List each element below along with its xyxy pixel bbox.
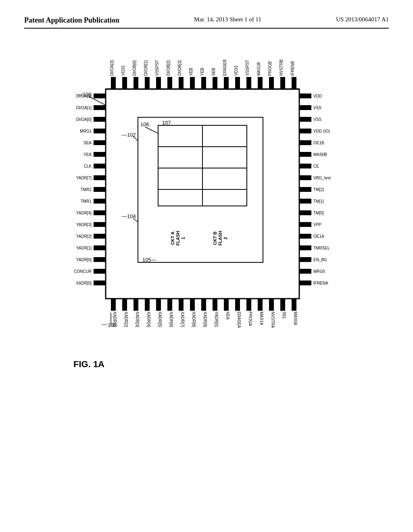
svg-text:XADR[7]: XADR[7]: [180, 312, 185, 327]
svg-text:NVSTRA: NVSTRA: [271, 312, 275, 328]
svg-rect-104: [299, 105, 311, 110]
svg-text:FLASH: FLASH: [175, 231, 180, 246]
svg-text:EN_BG: EN_BG: [313, 258, 327, 262]
circuit-diagram: DI/OA[3] VD33 DI/OB[0] DI/OB[1] VSSPST D…: [25, 37, 388, 480]
svg-text:DI/OB[3]: DI/OB[3]: [177, 60, 182, 76]
svg-rect-35: [111, 299, 116, 311]
svg-text:ERASEA: ERASEA: [237, 312, 241, 328]
svg-text:CKT A: CKT A: [170, 231, 175, 245]
svg-text:VBG_test: VBG_test: [313, 176, 331, 180]
svg-rect-74: [94, 152, 106, 157]
svg-text:VDD (IO): VDD (IO): [313, 129, 330, 133]
svg-text:YADR[5]: YADR[5]: [214, 312, 219, 327]
svg-rect-50: [280, 299, 285, 311]
svg-text:IFRENA: IFRENA: [313, 281, 328, 285]
svg-text:XEA: XEA: [225, 312, 230, 320]
svg-rect-73: [94, 140, 106, 145]
svg-text:NVSTRB: NVSTRB: [279, 59, 284, 76]
svg-text:TM[1]: TM[1]: [313, 199, 324, 204]
svg-text:XADR[8]: XADR[8]: [192, 312, 196, 327]
svg-rect-37: [133, 299, 138, 311]
svg-text:XADR[3]: XADR[3]: [135, 312, 140, 327]
svg-rect-72: [94, 129, 106, 133]
svg-text:TMR2: TMR2: [81, 187, 92, 192]
svg-rect-6: [167, 77, 172, 89]
svg-text:CKT B: CKT B: [213, 231, 217, 245]
svg-text:TMRSEL: TMRSEL: [313, 246, 330, 250]
svg-rect-106: [299, 129, 311, 133]
svg-rect-78: [94, 199, 106, 204]
svg-text:YADR[0]: YADR[0]: [76, 258, 92, 262]
page-header: Patent Application Publication Mar. 14, …: [24, 16, 389, 29]
svg-text:VDD: VDD: [313, 94, 322, 98]
svg-rect-42: [190, 299, 195, 311]
svg-text:108: 108: [108, 322, 117, 328]
svg-text:MAS1A: MAS1A: [259, 312, 264, 325]
svg-text:VSS: VSS: [313, 106, 321, 110]
svg-rect-38: [145, 299, 150, 311]
svg-rect-39: [156, 299, 161, 311]
svg-text:PROGB: PROGB: [268, 61, 272, 76]
svg-text:DI/OB[1]: DI/OB[1]: [144, 60, 148, 76]
svg-text:SEB: SEB: [211, 68, 216, 76]
svg-text:MRG1: MRG1: [80, 129, 92, 133]
svg-rect-117: [299, 257, 311, 262]
svg-rect-43: [201, 299, 206, 311]
svg-rect-8: [190, 77, 195, 89]
svg-text:YEA: YEA: [83, 152, 92, 157]
svg-text:MRG0: MRG0: [313, 269, 325, 274]
svg-text:VD33: VD33: [234, 66, 238, 76]
svg-rect-40: [167, 299, 172, 311]
svg-text:XADR[9]: XADR[9]: [203, 312, 207, 327]
svg-rect-13: [246, 77, 251, 89]
svg-text:YADR[2]: YADR[2]: [76, 234, 92, 239]
svg-text:XADR[2]: XADR[2]: [124, 312, 128, 327]
svg-text:2: 2: [223, 237, 228, 239]
svg-rect-4: [145, 77, 150, 89]
svg-text:CONCUR: CONCUR: [74, 269, 92, 274]
svg-text:ERASEB: ERASEB: [223, 59, 227, 76]
top-pins-group: DI/OA[3] VD33 DI/OB[0] DI/OB[1] VSSPST D…: [110, 59, 296, 89]
svg-text:—: —: [102, 321, 107, 327]
publication-number: US 2013/0064017 A1: [336, 16, 389, 23]
svg-rect-80: [94, 222, 106, 227]
svg-rect-3: [133, 77, 138, 89]
svg-rect-14: [258, 77, 263, 89]
svg-text:DI/OB[2]: DI/OB[2]: [166, 60, 171, 76]
svg-rect-116: [299, 245, 311, 250]
svg-rect-36: [122, 299, 127, 311]
svg-text:VSSPST: VSSPST: [245, 60, 250, 76]
svg-rect-119: [299, 281, 311, 285]
svg-text:105—: 105—: [142, 257, 156, 263]
svg-text:IFRENB: IFRENB: [290, 61, 295, 76]
svg-rect-115: [299, 234, 311, 239]
svg-rect-79: [94, 210, 106, 215]
svg-text:1: 1: [181, 237, 186, 239]
svg-text:TM[2]: TM[2]: [313, 187, 324, 192]
svg-rect-1: [111, 77, 116, 89]
svg-rect-109: [299, 164, 311, 168]
svg-rect-111: [299, 187, 311, 192]
svg-text:MAS1B: MAS1B: [257, 62, 261, 76]
svg-text:107: 107: [162, 120, 171, 126]
svg-text:YADR[3]: YADR[3]: [76, 222, 92, 227]
svg-rect-7: [179, 77, 184, 89]
svg-rect-11: [224, 77, 229, 89]
svg-rect-47: [246, 299, 251, 311]
svg-rect-49: [269, 299, 274, 311]
svg-rect-83: [94, 257, 106, 262]
svg-rect-71: [94, 117, 106, 122]
svg-rect-107: [299, 140, 311, 145]
svg-text:TM[0]: TM[0]: [313, 211, 324, 215]
svg-rect-112: [299, 199, 311, 204]
svg-rect-70: [94, 105, 106, 110]
svg-text:YEB: YEB: [200, 68, 204, 76]
svg-text:DI/OA[1]: DI/OA[1]: [76, 106, 92, 110]
svg-rect-69: [94, 94, 106, 98]
svg-text:106: 106: [140, 121, 149, 127]
svg-text:MAS0A: MAS0A: [293, 312, 298, 325]
svg-text:DI/OB[0]: DI/OB[0]: [132, 60, 137, 76]
svg-text:VD33: VD33: [121, 66, 125, 76]
svg-rect-17: [292, 77, 296, 89]
svg-rect-84: [94, 269, 106, 274]
